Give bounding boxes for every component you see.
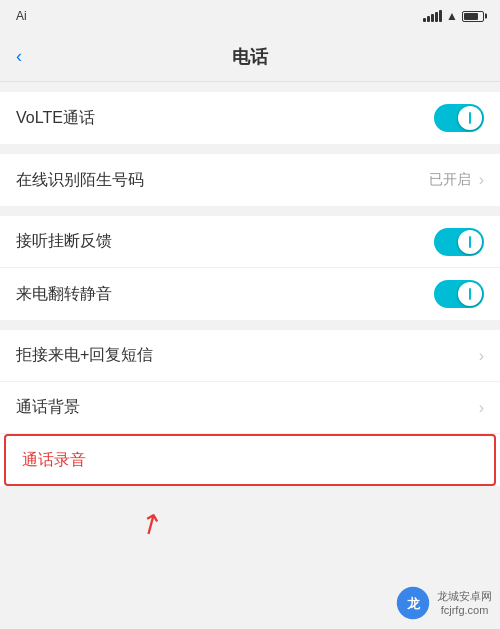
volte-toggle[interactable] — [434, 104, 484, 132]
setting-item-flip[interactable]: 来电翻转静音 — [0, 268, 500, 320]
setting-item-volte[interactable]: VoLTE通话 — [0, 92, 500, 144]
hangup-label: 接听挂断反馈 — [16, 231, 112, 252]
battery-icon — [462, 11, 484, 22]
watermark: 龙 龙城安卓网 fcjrfg.com — [395, 585, 492, 621]
identify-right: 已开启 › — [429, 171, 484, 189]
nav-bar: ‹ 电话 — [0, 32, 500, 82]
back-button[interactable]: ‹ — [16, 46, 22, 67]
hangup-toggle[interactable] — [434, 228, 484, 256]
hangup-toggle-inner — [469, 236, 471, 248]
flip-toggle-knob — [458, 282, 482, 306]
reject-chevron: › — [479, 347, 484, 365]
status-right: ▲ — [423, 9, 484, 23]
setting-item-callbg[interactable]: 通话背景 › — [0, 382, 500, 434]
setting-item-record[interactable]: 通话录音 — [4, 434, 496, 486]
svg-text:龙: 龙 — [406, 596, 421, 611]
flip-label: 来电翻转静音 — [16, 284, 112, 305]
page-wrapper: Ai ▲ ‹ 电话 VoLTE通话 — [0, 0, 500, 629]
status-bar: Ai ▲ — [0, 0, 500, 32]
signal-icon — [423, 10, 442, 22]
settings-content: VoLTE通话 在线识别陌生号码 已开启 › 接听挂断反馈 — [0, 92, 500, 486]
section-volte: VoLTE通话 — [0, 92, 500, 144]
setting-item-identify[interactable]: 在线识别陌生号码 已开启 › — [0, 154, 500, 206]
reject-label: 拒接来电+回复短信 — [16, 345, 153, 366]
section-extra: 拒接来电+回复短信 › 通话背景 › 通话录音 — [0, 330, 500, 486]
setting-item-hangup[interactable]: 接听挂断反馈 — [0, 216, 500, 268]
identify-chevron: › — [479, 171, 484, 189]
watermark-text: 龙城安卓网 fcjrfg.com — [437, 589, 492, 618]
status-time: Ai — [16, 9, 27, 23]
section-feedback: 接听挂断反馈 来电翻转静音 — [0, 216, 500, 320]
volte-toggle-knob — [458, 106, 482, 130]
setting-item-reject[interactable]: 拒接来电+回复短信 › — [0, 330, 500, 382]
toggle-inner-line — [469, 112, 471, 124]
page-title: 电话 — [232, 45, 268, 69]
callbg-label: 通话背景 — [16, 397, 80, 418]
identify-label: 在线识别陌生号码 — [16, 170, 144, 191]
reject-right: › — [479, 347, 484, 365]
section-identify: 在线识别陌生号码 已开启 › — [0, 154, 500, 206]
flip-toggle[interactable] — [434, 280, 484, 308]
volte-label: VoLTE通话 — [16, 108, 95, 129]
watermark-logo-icon: 龙 — [395, 585, 431, 621]
identify-value: 已开启 — [429, 171, 471, 189]
hangup-toggle-knob — [458, 230, 482, 254]
highlight-arrow: ↙ — [133, 504, 169, 544]
record-label: 通话录音 — [22, 450, 86, 471]
wifi-icon: ▲ — [446, 9, 458, 23]
callbg-chevron: › — [479, 399, 484, 417]
callbg-right: › — [479, 399, 484, 417]
flip-toggle-inner — [469, 288, 471, 300]
